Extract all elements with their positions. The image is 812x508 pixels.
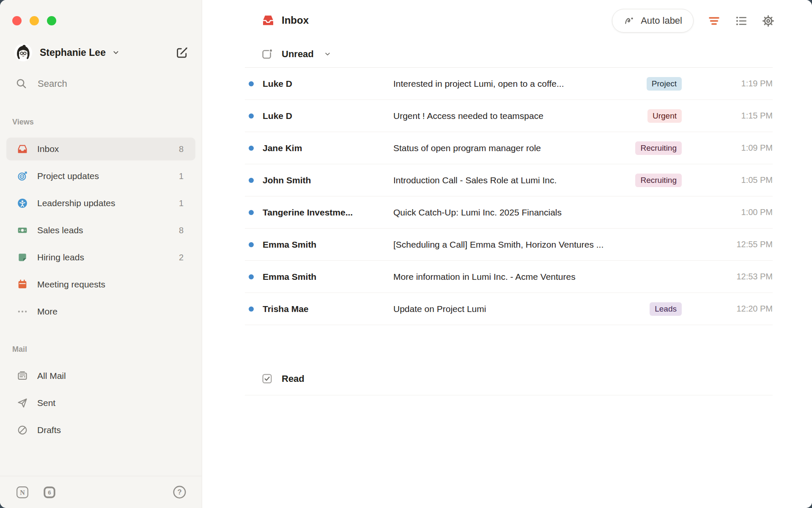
sidebar: Stephanie Lee Search Views — [0, 0, 202, 508]
sidebar-item-leadership-updates[interactable]: Leadership updates 1 — [6, 192, 195, 215]
compose-button[interactable] — [176, 46, 189, 59]
calendar-app-button[interactable]: 6 — [43, 486, 56, 499]
email-sender: Emma Smith — [263, 240, 393, 250]
unread-count: 8 — [179, 144, 184, 154]
person-icon — [17, 198, 28, 209]
sidebar-item-drafts[interactable]: Drafts — [6, 419, 195, 442]
svg-text:N: N — [20, 489, 25, 496]
compose-icon — [176, 46, 189, 59]
unread-count: 1 — [179, 199, 184, 208]
email-sender: John Smith — [263, 175, 393, 185]
search[interactable]: Search — [16, 78, 67, 89]
unread-section-header[interactable]: Unread — [245, 41, 773, 68]
email-time: 1:09 PM — [720, 143, 773, 153]
target-icon — [17, 171, 28, 182]
zoom-button[interactable] — [47, 16, 56, 25]
email-time: 1:05 PM — [720, 175, 773, 185]
notion-app-button[interactable]: N — [16, 486, 29, 499]
gear-icon — [762, 14, 775, 28]
sidebar-item-sent[interactable]: Sent — [6, 392, 195, 414]
unread-dot — [249, 113, 254, 119]
unread-section-label: Unread — [282, 49, 314, 60]
send-icon — [17, 398, 28, 409]
sidebar-item-project-updates[interactable]: Project updates 1 — [6, 165, 195, 188]
email-subject: Quick Catch-Up: Lumi Inc. 2025 Financial… — [393, 207, 720, 218]
dots-icon — [17, 306, 28, 317]
page-title: Inbox — [282, 14, 309, 26]
email-time: 1:15 PM — [720, 111, 773, 121]
unread-dot — [249, 178, 254, 183]
calendar-icon — [17, 279, 28, 290]
svg-text:6: 6 — [48, 489, 51, 496]
user-name: Stephanie Lee — [40, 47, 106, 58]
email-sender: Trisha Mae — [263, 304, 393, 314]
sidebar-item-hiring-leads[interactable]: Hiring leads 2 — [6, 246, 195, 269]
unread-count: 1 — [179, 171, 184, 181]
email-sender: Luke D — [263, 79, 393, 89]
email-subject: Interested in project Lumi, open to a co… — [393, 79, 647, 89]
app-window: Stephanie Lee Search Views — [0, 0, 812, 508]
email-label-badge[interactable]: Leads — [650, 302, 682, 316]
views-section-label: Views — [12, 118, 34, 127]
list-view-button[interactable] — [735, 14, 748, 28]
email-subject: Introduction Call - Sales Role at Lumi I… — [393, 175, 635, 185]
email-time: 1:00 PM — [720, 207, 773, 217]
sidebar-item-meeting-requests[interactable]: Meeting requests — [6, 273, 195, 296]
drafts-icon — [17, 425, 28, 436]
inbox-icon — [17, 144, 28, 155]
main-content: Inbox Auto label — [202, 0, 812, 508]
email-time: 1:19 PM — [720, 79, 773, 88]
email-time: 12:20 PM — [720, 304, 773, 314]
unread-dot — [249, 81, 254, 86]
svg-text:?: ? — [177, 488, 181, 496]
banknote-icon — [17, 225, 28, 236]
email-sender: Luke D — [263, 111, 393, 121]
email-subject: [Scheduling a Call] Emma Smith, Horizon … — [393, 240, 720, 250]
help-icon: ? — [173, 485, 187, 499]
mail-section-label: Mail — [12, 345, 27, 354]
read-section-label: Read — [282, 373, 304, 384]
read-section-header[interactable]: Read — [245, 362, 773, 395]
email-subject: Update on Project Lumi — [393, 304, 650, 314]
email-row[interactable]: Trisha Mae Update on Project Lumi Leads … — [245, 293, 773, 325]
email-label-badge[interactable]: Recruiting — [635, 174, 682, 187]
unread-count: 8 — [179, 226, 184, 235]
read-checkbox-icon — [261, 373, 273, 384]
calendar-app-icon: 6 — [43, 486, 56, 499]
settings-button[interactable] — [762, 14, 775, 28]
auto-label-icon — [623, 15, 635, 27]
close-button[interactable] — [12, 16, 22, 25]
help-button[interactable]: ? — [173, 485, 187, 499]
email-row[interactable]: John Smith Introduction Call - Sales Rol… — [245, 164, 773, 196]
unread-count: 2 — [179, 253, 184, 262]
email-label-badge[interactable]: Recruiting — [635, 141, 682, 155]
sidebar-item-inbox[interactable]: Inbox 8 — [6, 138, 195, 160]
search-icon — [16, 78, 27, 89]
minimize-button[interactable] — [30, 16, 39, 25]
sidebar-footer: N 6 ? — [0, 476, 202, 508]
email-label-badge[interactable]: Project — [647, 77, 682, 91]
filter-button[interactable] — [708, 14, 721, 28]
email-row[interactable]: Luke D Urgent ! Access needed to teamspa… — [245, 100, 773, 132]
auto-label-button[interactable]: Auto label — [612, 9, 694, 33]
email-row[interactable]: Emma Smith [Scheduling a Call] Emma Smit… — [245, 229, 773, 261]
email-sender: Jane Kim — [263, 143, 393, 153]
header-controls: Auto label — [612, 9, 775, 33]
sidebar-item-all-mail[interactable]: All Mail — [6, 364, 195, 387]
email-row[interactable]: Luke D Interested in project Lumi, open … — [245, 68, 773, 100]
unread-dot — [249, 210, 254, 215]
window-controls — [12, 16, 56, 25]
chevron-down-icon — [112, 48, 120, 57]
email-subject: Status of open program manager role — [393, 143, 635, 153]
email-row[interactable]: Emma Smith More information in Lumi Inc.… — [245, 261, 773, 293]
sidebar-item-sales-leads[interactable]: Sales leads 8 — [6, 219, 195, 242]
email-list: Luke D Interested in project Lumi, open … — [245, 68, 773, 325]
inbox-icon — [261, 14, 275, 27]
filter-icon — [708, 14, 721, 28]
notion-logo-icon: N — [16, 486, 29, 499]
email-row[interactable]: Jane Kim Status of open program manager … — [245, 132, 773, 164]
sidebar-item-more[interactable]: More — [6, 300, 195, 323]
email-label-badge[interactable]: Urgent — [647, 109, 682, 123]
account-switcher[interactable]: Stephanie Lee — [14, 44, 189, 61]
email-row[interactable]: Tangerine Investme... Quick Catch-Up: Lu… — [245, 196, 773, 229]
